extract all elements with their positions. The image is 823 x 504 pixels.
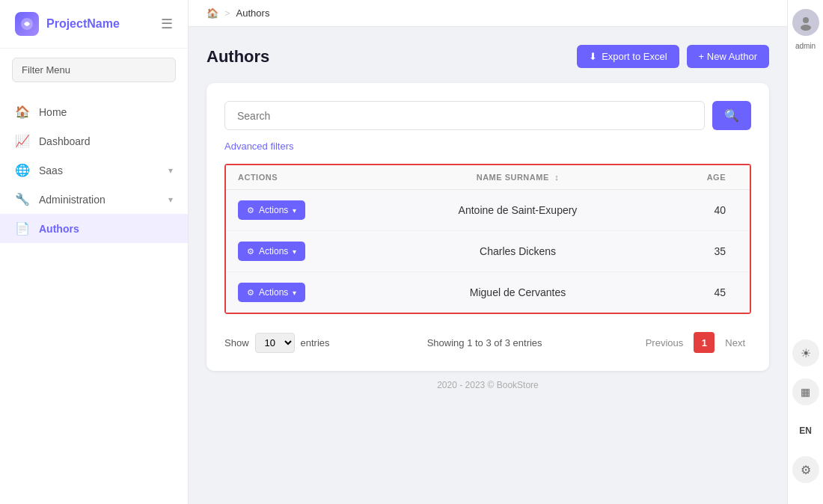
search-icon: 🔍 [724,109,739,122]
download-icon: ⬇ [589,51,597,62]
pagination-bar: Show 10 entries Showing 1 to 3 of 3 entr… [224,332,751,353]
breadcrumb-separator: > [224,7,230,19]
sidebar-item-administration-label: Administration [39,194,105,206]
grid-icon[interactable]: ▦ [792,378,819,405]
search-input[interactable] [224,101,705,130]
author-name-3: Miguel de Cervantes [388,286,648,298]
advanced-filters-link[interactable]: Advanced filters [224,141,294,152]
actions-cell-1: ⚙ Actions ▾ [238,200,388,220]
authors-icon: 📄 [15,221,30,236]
svg-point-1 [803,17,809,23]
entries-select[interactable]: 10 [255,333,295,353]
logo-text: ProjectName [46,17,120,31]
chevron-down-icon-action1: ▾ [293,206,296,215]
sidebar-item-home[interactable]: 🏠 Home [0,97,188,126]
admin-avatar [792,9,819,36]
chevron-down-icon-action2: ▾ [293,248,296,256]
brightness-icon[interactable]: ☀ [792,339,819,366]
table-row: ⚙ Actions ▾ Charles Dickens 35 [226,231,750,272]
previous-button[interactable]: Previous [640,334,690,351]
filter-menu-button[interactable]: Filter Menu [12,58,176,82]
actions-button-2[interactable]: ⚙ Actions ▾ [238,242,305,261]
header-buttons: ⬇ Export to Excel + New Author [577,45,769,68]
authors-table: ACTIONS NAME SURNAME ↕ AGE ⚙ Actions ▾ [224,164,751,314]
next-button[interactable]: Next [719,334,751,351]
chevron-down-icon-action3: ▾ [293,289,296,297]
authors-card: 🔍 Advanced filters ACTIONS NAME SURNAME … [206,83,769,371]
breadcrumb: 🏠 > Authors [189,0,787,27]
sidebar-nav: 🏠 Home 📈 Dashboard 🌐 Saas ▾ 🔧 Administra… [0,91,188,504]
chevron-down-icon: ▾ [168,165,173,176]
content-area: Authors ⬇ Export to Excel + New Author 🔍 [189,27,787,504]
main-content: 🏠 > Authors Authors ⬇ Export to Excel + … [189,0,787,504]
saas-icon: 🌐 [15,163,30,177]
home-icon: 🏠 [15,105,30,119]
sidebar-item-saas[interactable]: 🌐 Saas ▾ [0,156,188,185]
sidebar-toggle-icon[interactable]: ☰ [161,16,173,32]
actions-cell-3: ⚙ Actions ▾ [238,283,388,302]
author-age-3: 45 [648,286,738,298]
actions-cell-2: ⚙ Actions ▾ [238,242,388,261]
search-row: 🔍 [224,101,751,130]
showing-entries-text: Showing 1 to 3 of 3 entries [427,337,542,348]
breadcrumb-home-icon: 🏠 [206,7,218,19]
svg-point-2 [801,25,811,31]
show-label: Show [224,337,249,348]
sidebar-item-authors-label: Authors [39,223,79,235]
sidebar-item-administration[interactable]: 🔧 Administration ▾ [0,185,188,214]
author-age-2: 35 [648,245,738,257]
table-row: ⚙ Actions ▾ Antoine de Saint-Exupery 40 [226,190,750,231]
col-header-name: NAME SURNAME ↕ [388,173,648,182]
show-entries: Show 10 entries [224,333,330,353]
right-panel: admin ☀ ▦ EN ⚙ [787,0,823,504]
col-header-age: AGE [648,173,738,182]
page-header: Authors ⬇ Export to Excel + New Author [206,45,769,68]
new-author-button[interactable]: + New Author [687,45,769,68]
table-header: ACTIONS NAME SURNAME ↕ AGE [226,165,750,190]
settings-icon[interactable]: ⚙ [792,456,819,483]
page-title: Authors [206,47,269,67]
right-panel-icons: ☀ ▦ EN ⚙ [792,339,819,495]
sidebar-item-saas-label: Saas [39,165,63,176]
table-row: ⚙ Actions ▾ Miguel de Cervantes 45 [226,272,750,313]
dashboard-icon: 📈 [15,134,30,148]
author-age-1: 40 [648,204,738,216]
actions-button-1[interactable]: ⚙ Actions ▾ [238,200,305,220]
logo-icon [15,12,39,36]
administration-icon: 🔧 [15,192,30,206]
actions-button-3[interactable]: ⚙ Actions ▾ [238,283,305,302]
author-name-1: Antoine de Saint-Exupery [388,204,648,216]
chevron-down-icon-admin: ▾ [168,194,173,205]
footer-text: 2020 - 2023 © BookStore [206,371,769,390]
sidebar: ProjectName ☰ Filter Menu 🏠 Home 📈 Dashb… [0,0,189,504]
entries-label: entries [301,337,330,348]
sidebar-item-dashboard-label: Dashboard [39,135,91,147]
gear-icon-2: ⚙ [247,247,254,256]
gear-icon: ⚙ [247,206,254,215]
page-nav: Previous 1 Next [640,332,751,353]
current-page-number[interactable]: 1 [694,332,715,353]
col-header-actions: ACTIONS [238,173,388,182]
sidebar-item-authors[interactable]: 📄 Authors [0,214,188,243]
author-name-2: Charles Dickens [388,245,648,257]
gear-icon-3: ⚙ [247,288,254,298]
sidebar-item-dashboard[interactable]: 📈 Dashboard [0,126,188,156]
sidebar-item-home-label: Home [39,106,67,118]
export-excel-button[interactable]: ⬇ Export to Excel [577,45,679,68]
search-button[interactable]: 🔍 [712,101,751,130]
sidebar-logo: ProjectName ☰ [0,0,188,49]
breadcrumb-current: Authors [236,7,270,19]
admin-label: admin [795,42,816,50]
language-selector[interactable]: EN [799,417,812,444]
